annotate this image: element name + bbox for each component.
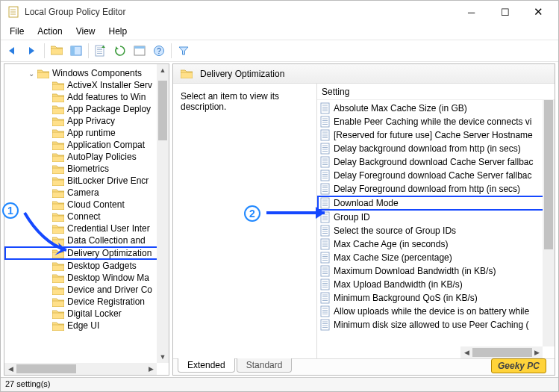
tree-item-label: Edge UI	[67, 320, 99, 331]
setting-item[interactable]: Enable Peer Caching while the device con…	[317, 115, 555, 128]
menubar: File Action View Help	[1, 23, 558, 40]
svg-rect-12	[134, 46, 145, 49]
menu-file[interactable]: File	[4, 25, 30, 38]
scroll-thumb[interactable]	[472, 348, 532, 357]
tree-item[interactable]: Add features to Win	[4, 91, 169, 103]
tree-item-label: Device Registration	[67, 296, 145, 307]
menu-action[interactable]: Action	[31, 25, 68, 38]
setting-item[interactable]: Minimum Background QoS (in KB/s)	[317, 291, 555, 305]
setting-item[interactable]: Delay background download from http (in …	[317, 142, 555, 155]
annotation-badge-2: 2	[244, 205, 260, 222]
tree-item-label: Add features to Win	[67, 92, 146, 102]
setting-label: Select the source of Group IDs	[334, 225, 456, 236]
details-panel: Delivery Optimization Select an item to …	[172, 63, 555, 376]
tree-item[interactable]: App runtime	[4, 127, 169, 139]
folder-icon	[52, 164, 64, 174]
folder-icon	[52, 321, 64, 331]
setting-item[interactable]: Max Upload Bandwidth (in KB/s)	[317, 278, 555, 291]
setting-item[interactable]: [Reserved for future use] Cache Server H…	[317, 128, 555, 142]
setting-item[interactable]: Delay Foreground download Cache Server f…	[317, 169, 555, 182]
tree-item[interactable]: Application Compat	[4, 139, 169, 151]
setting-label: [Reserved for future use] Cache Server H…	[334, 130, 533, 140]
setting-icon	[320, 156, 331, 168]
tree-hscrollbar[interactable]: ◀ ▶	[4, 363, 157, 375]
show-tree-button[interactable]	[67, 42, 85, 60]
folder-icon	[181, 69, 193, 78]
tree-item[interactable]: Device Registration	[4, 296, 169, 308]
tree-item[interactable]: App Privacy	[4, 115, 169, 127]
menu-view[interactable]: View	[70, 25, 102, 38]
folder-icon	[52, 285, 64, 295]
folder-icon	[52, 261, 64, 271]
scroll-down-icon[interactable]: ▼	[157, 351, 169, 363]
description-column: Select an item to view its description.	[173, 84, 316, 358]
setting-label: Max Upload Bandwidth (in KB/s)	[334, 279, 463, 290]
tree-item[interactable]: App Package Deploy	[4, 103, 169, 115]
menu-help[interactable]: Help	[103, 25, 134, 38]
tree-item[interactable]: Device and Driver Co	[4, 284, 169, 296]
maximize-button[interactable]: ☐	[488, 1, 522, 22]
filter-button[interactable]	[175, 42, 193, 60]
setting-label: Delay Background download Cache Server f…	[334, 157, 534, 167]
tree-item[interactable]: Desktop Window Ma	[4, 272, 169, 284]
setting-label: Maximum Download Bandwidth (in KB/s)	[334, 266, 496, 276]
scroll-left-icon[interactable]: ◀	[460, 346, 472, 358]
setting-item[interactable]: Maximum Download Bandwidth (in KB/s)	[317, 264, 555, 278]
setting-item[interactable]: Delay Background download Cache Server f…	[317, 155, 555, 169]
folder-icon	[52, 188, 64, 198]
tree-item-label: AutoPlay Policies	[67, 152, 137, 162]
setting-item[interactable]: Delay Foreground download from http (in …	[317, 182, 555, 196]
back-button[interactable]	[4, 42, 22, 60]
settings-hscrollbar[interactable]: ◀ ▶	[460, 346, 543, 358]
minimize-button[interactable]: ─	[455, 1, 488, 22]
scroll-right-icon[interactable]: ▶	[145, 363, 157, 375]
close-button[interactable]: ✕	[522, 1, 555, 22]
toolbar: ?	[1, 40, 558, 62]
scroll-up-icon[interactable]: ▲	[157, 64, 169, 76]
tree-item[interactable]: BitLocker Drive Encr	[4, 175, 169, 187]
setting-icon	[320, 183, 331, 195]
settings-list[interactable]: Absolute Max Cache Size (in GB)Enable Pe…	[317, 100, 555, 333]
setting-item[interactable]: Select the source of Group IDs	[317, 224, 555, 237]
setting-item[interactable]: Max Cache Age (in seconds)	[317, 237, 555, 251]
collapse-icon[interactable]: ⌄	[27, 69, 36, 78]
setting-item[interactable]: Max Cache Size (percentage)	[317, 251, 555, 264]
tree-item[interactable]: Camera	[4, 187, 169, 199]
scroll-thumb[interactable]	[158, 81, 167, 140]
folder-icon	[52, 105, 64, 114]
scroll-left-icon[interactable]: ◀	[4, 363, 16, 375]
setting-item[interactable]: Minimum disk size allowed to use Peer Ca…	[317, 318, 555, 332]
export-button[interactable]	[92, 42, 110, 60]
scroll-thumb[interactable]	[16, 364, 76, 373]
settings-col-header[interactable]: Setting	[317, 84, 555, 100]
forward-button[interactable]	[23, 42, 41, 60]
setting-item[interactable]: Group ID	[317, 211, 555, 224]
setting-label: Minimum Background QoS (in KB/s)	[334, 293, 478, 303]
settings-vscrollbar[interactable]: ▼	[543, 100, 555, 346]
tree-root[interactable]: ⌄ Windows Components	[4, 67, 169, 79]
tree-item[interactable]: Edge UI	[4, 320, 169, 332]
tab-extended[interactable]: Extended	[178, 358, 235, 373]
tree-item-label: Digital Locker	[67, 308, 122, 319]
scroll-thumb[interactable]	[544, 100, 553, 249]
folder-icon	[37, 69, 49, 78]
tree-vscrollbar[interactable]: ▲ ▼	[157, 64, 169, 363]
scroll-right-icon[interactable]: ▶	[531, 346, 543, 358]
refresh-button[interactable]	[111, 42, 129, 60]
tree-item[interactable]: Biometrics	[4, 163, 169, 175]
setting-item[interactable]: Absolute Max Cache Size (in GB)	[317, 102, 555, 115]
setting-item[interactable]: Download Mode	[317, 196, 555, 211]
tab-standard[interactable]: Standard	[237, 358, 293, 373]
annotation-badge-1: 1	[2, 202, 19, 219]
up-button[interactable]	[48, 42, 66, 60]
tree-item[interactable]: ActiveX Installer Serv	[4, 79, 169, 91]
tree-item[interactable]: Digital Locker	[4, 308, 169, 320]
setting-icon	[320, 279, 331, 290]
help-button[interactable]: ?	[150, 42, 168, 60]
tree-item[interactable]: Desktop Gadgets	[4, 260, 169, 272]
setting-label: Delay background download from http (in …	[334, 143, 521, 154]
setting-item[interactable]: Allow uploads while the device is on bat…	[317, 305, 555, 318]
folder-icon	[52, 93, 64, 102]
properties-button[interactable]	[131, 42, 149, 60]
tree-item[interactable]: AutoPlay Policies	[4, 151, 169, 163]
